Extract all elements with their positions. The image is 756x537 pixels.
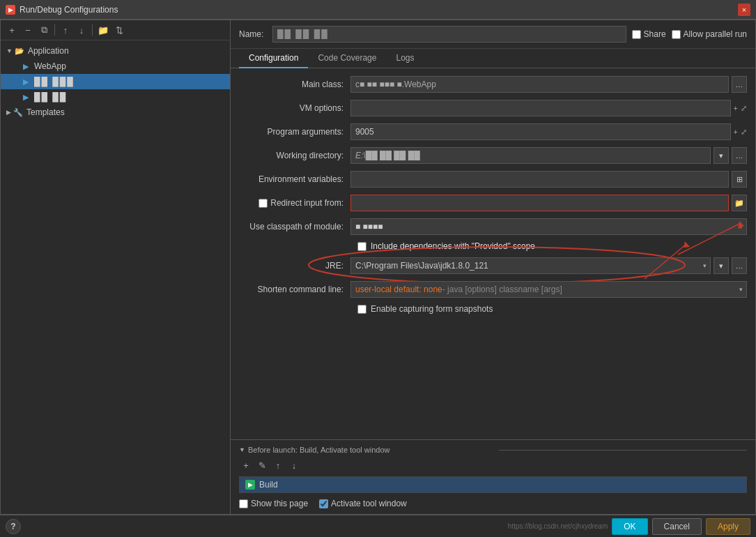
parallel-label: Allow parallel run: [684, 29, 747, 39]
configuration-form: Main class: … VM options: + ⤢ Program ar…: [231, 68, 755, 439]
working-dir-row: Working directory: ▾ …: [239, 146, 747, 165]
item2-icon: ▶: [20, 76, 31, 87]
remove-config-button[interactable]: −: [21, 23, 35, 37]
name-input[interactable]: [272, 26, 626, 43]
jre-row: JRE: ▾ ▾ …: [239, 257, 747, 275]
redirect-input-label: Redirect input from:: [270, 198, 344, 208]
name-field-label: Name:: [239, 29, 267, 39]
before-launch-header: ▼ Before launch: Build, Activate tool wi…: [239, 446, 747, 454]
templates-label: Templates: [26, 107, 65, 117]
webapp-label: WebApp: [34, 61, 66, 71]
apply-button[interactable]: Apply: [706, 518, 750, 535]
jre-browse-button[interactable]: …: [732, 257, 747, 274]
env-vars-edit-button[interactable]: ⊞: [732, 171, 747, 188]
env-vars-input[interactable]: [350, 171, 729, 188]
working-dir-browse-button[interactable]: …: [732, 147, 747, 164]
ok-button[interactable]: OK: [612, 518, 647, 535]
enable-snapshots-row: Enable capturing form snapshots: [239, 304, 747, 314]
window-icon: ▶: [6, 5, 15, 15]
application-folder-icon: 📂: [14, 45, 25, 56]
cancel-button[interactable]: Cancel: [652, 518, 702, 535]
tree-item3[interactable]: ▶ ██ ██: [1, 89, 230, 105]
redirect-input-checkbox[interactable]: [259, 199, 268, 208]
window-title: Run/Debug Configurations: [20, 5, 118, 15]
jre-dropdown-button[interactable]: ▾: [713, 257, 729, 274]
before-launch-list: ▶ Build: [239, 476, 747, 493]
working-dir-input[interactable]: [350, 147, 711, 164]
program-args-input-wrap: + ⤢: [350, 123, 747, 140]
move-down-button[interactable]: ↓: [75, 23, 88, 37]
activate-tool-option: Activate tool window: [319, 499, 407, 508]
add-config-button[interactable]: +: [5, 23, 19, 37]
tab-code-coverage[interactable]: Code Coverage: [308, 49, 386, 68]
shorten-cmd-dropdown-wrapper: user-local default: none - java [options…: [350, 281, 747, 298]
templates-icon: 🔧: [13, 107, 24, 118]
vm-options-row: VM options: + ⤢: [239, 99, 747, 117]
jre-dropdown-wrapper: ▾: [350, 257, 711, 274]
classpath-dropdown[interactable]: ■ ■■■■: [350, 218, 747, 235]
launch-options-row: Show this page Activate tool window: [239, 499, 747, 508]
main-class-input-wrap: …: [350, 76, 747, 93]
parallel-checkbox[interactable]: [672, 30, 681, 39]
working-dir-label: Working directory:: [239, 151, 350, 160]
before-launch-section: ▼ Before launch: Build, Activate tool wi…: [231, 439, 755, 514]
share-checkbox[interactable]: [632, 30, 641, 39]
tab-configuration[interactable]: Configuration: [239, 49, 308, 68]
main-container: + − ⧉ ↑ ↓ 📁 ⇅ ▼ 📂 Application ▶ WebApp: [0, 20, 756, 515]
before-launch-divider: [499, 450, 747, 451]
webapp-icon: ▶: [20, 61, 31, 72]
item3-icon: ▶: [20, 91, 31, 103]
sort-button[interactable]: ⇅: [112, 23, 126, 37]
vm-options-input[interactable]: [350, 100, 731, 116]
title-bar: ▶ Run/Debug Configurations ×: [0, 0, 756, 20]
activate-tool-label: Activate tool window: [331, 499, 407, 508]
folder-button[interactable]: 📁: [96, 23, 110, 37]
working-dir-dropdown-button[interactable]: ▾: [713, 147, 729, 164]
jre-input[interactable]: [350, 257, 711, 274]
close-button[interactable]: ×: [738, 3, 750, 16]
right-panel: Name: Share Allow parallel run Configura…: [231, 20, 755, 514]
tab-logs[interactable]: Logs: [386, 49, 424, 68]
redirect-browse-button[interactable]: 📁: [732, 195, 747, 211]
before-launch-down-button[interactable]: ↓: [287, 458, 301, 472]
before-launch-expand-icon[interactable]: ▼: [239, 446, 245, 453]
program-args-input[interactable]: [350, 123, 731, 140]
jre-input-wrap: ▾ ▾ …: [350, 257, 747, 274]
before-launch-up-button[interactable]: ↑: [271, 458, 285, 472]
show-page-checkbox[interactable]: [239, 499, 248, 508]
left-panel: + − ⧉ ↑ ↓ 📁 ⇅ ▼ 📂 Application ▶ WebApp: [1, 20, 231, 514]
shorten-cmd-row: Shorten command line: user-local default…: [239, 280, 747, 298]
include-deps-checkbox[interactable]: [357, 242, 367, 251]
before-launch-build-item[interactable]: ▶ Build: [240, 477, 746, 492]
program-args-row: Program arguments: + ⤢: [239, 123, 747, 141]
help-button[interactable]: ?: [6, 519, 21, 534]
shorten-cmd-wrap: user-local default: none - java [options…: [350, 281, 747, 298]
copy-config-button[interactable]: ⧉: [37, 23, 51, 37]
before-launch-add-button[interactable]: +: [239, 458, 253, 472]
vm-options-plus-icon[interactable]: +: [734, 104, 738, 112]
separator2: [92, 24, 93, 36]
build-item-label: Build: [259, 480, 278, 490]
expand-arrow-icon: ▼: [6, 47, 13, 54]
tree-webapp-item[interactable]: ▶ WebApp: [1, 59, 230, 74]
enable-snapshots-checkbox[interactable]: [357, 305, 367, 314]
shorten-cmd-hint: - java [options] classname [args]: [442, 285, 562, 294]
show-page-label: Show this page: [251, 499, 308, 508]
shorten-cmd-display: user-local default: none - java [options…: [350, 281, 747, 298]
build-icon: ▶: [245, 480, 255, 490]
args-plus-icon[interactable]: +: [734, 128, 738, 136]
tree-application-node[interactable]: ▼ 📂 Application: [1, 43, 230, 59]
before-launch-edit-button[interactable]: ✎: [255, 458, 269, 472]
tree-templates-node[interactable]: ▶ 🔧 Templates: [1, 105, 230, 120]
vm-options-expand-icon[interactable]: ⤢: [741, 104, 747, 113]
redirect-input-field[interactable]: [350, 195, 729, 211]
share-label: Share: [644, 29, 666, 39]
item2-label: ██ ███: [34, 77, 75, 86]
tabs-bar: Configuration Code Coverage Logs: [231, 49, 755, 68]
move-up-button[interactable]: ↑: [59, 23, 72, 37]
tree-item2[interactable]: ▶ ██ ███: [1, 74, 230, 89]
args-expand-icon[interactable]: ⤢: [741, 128, 747, 137]
main-class-browse-button[interactable]: …: [732, 76, 747, 93]
main-class-input[interactable]: [350, 76, 729, 93]
activate-tool-checkbox[interactable]: [319, 499, 328, 508]
